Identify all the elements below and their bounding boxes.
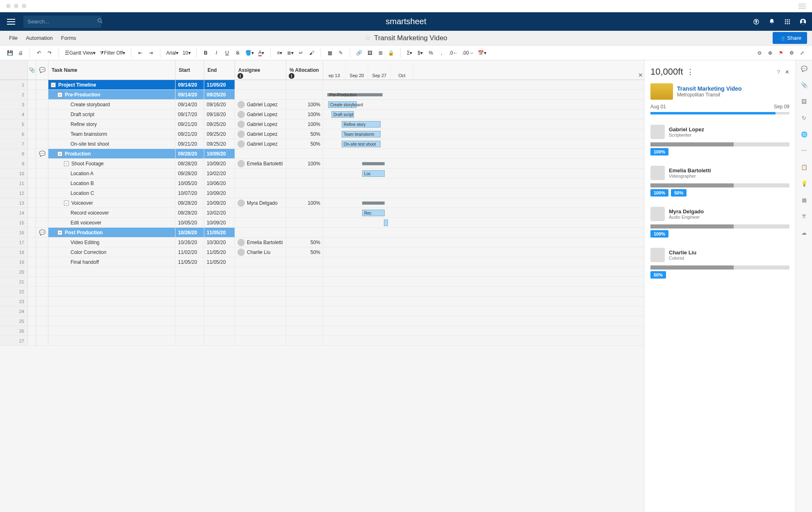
assignee-cell[interactable]: Gabriel Lopez [235, 110, 286, 119]
task-name-cell[interactable]: Refine story [48, 119, 176, 129]
start-cell[interactable]: 10/26/20 [176, 228, 204, 237]
outdent-icon[interactable]: ⇤ [135, 48, 145, 58]
end-cell[interactable]: 11/05/20 [204, 228, 235, 237]
gantt-cell[interactable] [323, 159, 644, 168]
search-icon[interactable] [97, 18, 103, 25]
end-cell[interactable]: 10/06/20 [204, 178, 235, 188]
gantt-cell[interactable] [323, 326, 644, 336]
allocation-cell[interactable] [286, 188, 323, 198]
task-name-cell[interactable]: Location A [48, 169, 176, 178]
task-name-cell[interactable]: Record voiceover [48, 208, 176, 217]
task-name-cell[interactable] [48, 326, 176, 336]
end-cell[interactable]: 09/25/20 [204, 119, 235, 129]
resource-name[interactable]: Gabriel Lopez [669, 126, 704, 133]
start-cell[interactable]: 09/28/20 [176, 149, 204, 158]
row-number[interactable]: 16 [0, 228, 28, 237]
task-name-cell[interactable] [48, 287, 176, 296]
column-end[interactable]: End [204, 60, 235, 80]
zoom-out-icon[interactable]: ⊖ [755, 48, 764, 58]
assignee-cell[interactable]: Myra Delgado [235, 198, 286, 208]
rail-conversations-icon[interactable]: 💬 [800, 64, 808, 73]
table-row[interactable]: 23 [0, 297, 644, 306]
assignee-cell[interactable] [235, 80, 286, 89]
start-cell[interactable]: 11/02/20 [176, 247, 204, 257]
table-row[interactable]: 27 [0, 336, 644, 346]
end-cell[interactable] [204, 297, 235, 306]
panel-close-icon[interactable]: ✕ [785, 69, 789, 75]
allocation-cell[interactable] [286, 149, 323, 158]
close-window-icon[interactable] [6, 4, 11, 8]
gantt-cell[interactable]: Loc [323, 169, 644, 178]
task-name-cell[interactable]: −Voiceover [48, 198, 176, 208]
end-cell[interactable]: 10/09/20 [204, 198, 235, 208]
table-row[interactable]: 22 [0, 287, 644, 297]
assignee-cell[interactable]: Gabriel Lopez [235, 139, 286, 149]
start-cell[interactable]: 10/26/20 [176, 238, 204, 247]
row-number[interactable]: 24 [0, 306, 28, 316]
end-cell[interactable] [204, 287, 235, 296]
allocation-cell[interactable] [286, 218, 323, 227]
critical-path-icon[interactable]: ⚑ [776, 48, 786, 58]
comment-icon[interactable]: 💬 [39, 151, 46, 157]
row-number[interactable]: 15 [0, 218, 28, 227]
assignee-cell[interactable] [235, 208, 286, 217]
end-cell[interactable]: 09/18/20 [204, 110, 235, 119]
collapse-icon[interactable]: − [57, 230, 62, 235]
start-cell[interactable] [176, 277, 204, 286]
end-cell[interactable] [204, 306, 235, 316]
allocation-cell[interactable] [286, 228, 323, 237]
assignee-cell[interactable] [235, 188, 286, 198]
align-v-icon[interactable]: ≣▾ [285, 48, 295, 58]
assignee-cell[interactable] [235, 169, 286, 178]
task-name-cell[interactable]: Team brainstorm [48, 129, 176, 139]
assignee-cell[interactable]: Gabriel Lopez [235, 129, 286, 139]
resource-name[interactable]: Myra Delgado [669, 208, 704, 215]
start-cell[interactable]: 09/28/20 [176, 169, 204, 178]
task-name-cell[interactable] [48, 336, 176, 345]
table-row[interactable]: 13−Voiceover09/28/2010/09/20Myra Delgado… [0, 198, 644, 208]
task-name-cell[interactable]: Edit voiceover [48, 218, 176, 227]
row-number[interactable]: 1 [0, 80, 28, 89]
end-cell[interactable]: 10/09/20 [204, 218, 235, 227]
gantt-bar[interactable]: Refine story [342, 121, 381, 128]
table-row[interactable]: 24 [0, 306, 644, 316]
gantt-cell[interactable] [323, 257, 644, 267]
end-cell[interactable]: 09/25/20 [204, 139, 235, 149]
rail-publish-icon[interactable]: 🌐 [800, 130, 808, 138]
panel-menu-icon[interactable]: ⋮ [687, 67, 694, 76]
collapse-icon[interactable]: − [57, 151, 62, 156]
gantt-cell[interactable] [323, 178, 644, 188]
allocation-cell[interactable] [286, 178, 323, 188]
task-name-cell[interactable]: −Post Production [48, 228, 176, 237]
table-row[interactable]: 3Create storyboard09/14/2009/16/20Gabrie… [0, 100, 644, 110]
start-cell[interactable]: 10/07/20 [176, 188, 204, 198]
currency-icon[interactable]: $▾ [415, 48, 425, 58]
row-number[interactable]: 13 [0, 198, 28, 208]
expand-icon[interactable]: ⤢ [797, 48, 807, 58]
table-row[interactable]: 25 [0, 316, 644, 326]
column-allocation[interactable]: % Allocationi [286, 60, 323, 80]
row-number[interactable]: 19 [0, 257, 28, 267]
start-cell[interactable] [176, 287, 204, 296]
table-row[interactable]: 2−Pre-Production09/14/2009/25/20Pre-Prod… [0, 90, 644, 100]
zoom-in-icon[interactable]: ⊕ [765, 48, 775, 58]
start-cell[interactable] [176, 316, 204, 326]
comment-icon[interactable]: 💬 [39, 229, 46, 235]
star-icon[interactable]: ☆ [365, 34, 371, 42]
gantt-cell[interactable] [323, 238, 644, 247]
gantt-cell[interactable]: Pre-Production [323, 90, 644, 99]
start-cell[interactable]: 09/14/20 [176, 80, 204, 89]
task-name-cell[interactable]: Location C [48, 188, 176, 198]
allocation-cell[interactable]: 100% [286, 159, 323, 168]
task-name-cell[interactable]: Video Editing [48, 238, 176, 247]
start-cell[interactable] [176, 306, 204, 316]
start-cell[interactable]: 10/05/20 [176, 178, 204, 188]
allocation-cell[interactable] [286, 326, 323, 336]
row-number[interactable]: 27 [0, 336, 28, 345]
rail-connector-icon[interactable]: ⇈ [800, 212, 808, 220]
table-row[interactable]: 15Edit voiceover10/05/2010/09/20 [0, 218, 644, 228]
view-selector[interactable]: ☰ Gantt View ▾ [63, 48, 97, 58]
assignee-cell[interactable] [235, 287, 286, 296]
end-cell[interactable]: 11/05/20 [204, 247, 235, 257]
table-row[interactable]: 11Location B10/05/2010/06/20 [0, 178, 644, 188]
